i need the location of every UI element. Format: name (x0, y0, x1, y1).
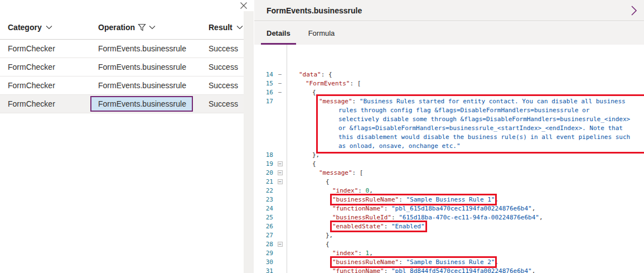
chevron-right-icon[interactable] (630, 5, 640, 16)
json-token-punct: : (352, 98, 360, 105)
code-line: 22"index": 0, (254, 186, 644, 195)
json-token-punct: , (539, 214, 543, 221)
line-number: 28 (254, 240, 273, 249)
table-header-row: Category Operation Result (0, 16, 244, 40)
json-token-punct: : (384, 267, 391, 273)
json-token-punct: : (358, 187, 365, 194)
line-number: 15 (254, 79, 273, 88)
tab-details[interactable]: Details (260, 22, 297, 45)
vertical-scrollbar-track[interactable] (244, 11, 254, 273)
table-body: FormCheckerFormEvents.businessruleSucces… (0, 40, 244, 113)
result-column-label: Result (209, 23, 233, 32)
json-token-punct: { (312, 89, 316, 96)
detail-panel: FormEvents.businessrule Details Formula … (254, 0, 644, 273)
line-number: 26 (254, 222, 273, 231)
line-number: 17 (254, 97, 273, 151)
code-line-content: "index": 0, (287, 186, 373, 195)
chevron-down-icon (149, 25, 156, 30)
line-number: 30 (254, 258, 273, 267)
json-token-punct: : (358, 250, 365, 257)
fold-spacer (273, 204, 287, 213)
code-line-content: { (287, 160, 316, 169)
chevron-down-icon (236, 25, 243, 30)
fold-spacer (273, 186, 287, 195)
code-line-content: "index": 1, (287, 249, 373, 258)
message-line: this disablement would disable the busin… (319, 133, 644, 142)
json-token-key: "businessRuleName" (332, 258, 399, 266)
operation-cell[interactable]: FormEvents.businessrule (90, 96, 193, 112)
line-number: 23 (254, 195, 273, 204)
json-token-punct: : (399, 258, 406, 266)
message-line: as onload, onsave, onchange etc." (319, 142, 644, 151)
annotation-box: "enabledState": "Enabled" (332, 223, 425, 230)
fold-icon[interactable]: − (273, 88, 287, 97)
code-line-content: }, (287, 231, 333, 240)
filter-icon (138, 23, 146, 31)
fold-icon[interactable]: − (273, 178, 287, 186)
chevron-down-icon (46, 25, 52, 30)
annotation-box: "businessRuleName": "Sample Business Rul… (332, 258, 495, 266)
table-row[interactable]: FormCheckerFormEvents.businessruleSucces… (0, 76, 244, 95)
code-line-content: "data": { (287, 70, 332, 79)
json-token-punct: , (532, 267, 536, 273)
detail-tabs: Details Formula (254, 22, 644, 45)
tab-formula[interactable]: Formula (302, 22, 342, 45)
json-token-key: "message" (319, 169, 352, 176)
fold-icon[interactable]: − (273, 79, 287, 88)
fold-icon[interactable]: − (273, 70, 287, 79)
line-number: 22 (254, 186, 273, 195)
json-token-key: "enabledState" (332, 223, 384, 230)
json-token-string: "pbl_8d844fd5470cec1194fa00224876e6b4" (391, 267, 532, 273)
code-line: 23"businessRuleName": "Sample Business R… (254, 195, 644, 204)
json-token-key: "index" (332, 250, 358, 257)
fold-icon[interactable]: − (273, 160, 287, 169)
json-token-string: "Enabled" (391, 223, 425, 230)
code-line: 18}, (254, 151, 644, 160)
table-row[interactable]: FormCheckerFormEvents.businessruleSucces… (0, 40, 244, 58)
column-header-category[interactable]: Category (0, 23, 90, 32)
operation-cell[interactable]: FormEvents.businessrule (90, 41, 193, 56)
page-title: FormEvents.businessrule (254, 6, 362, 15)
column-header-operation[interactable]: Operation (90, 23, 193, 32)
json-token-key: "message" (319, 98, 352, 105)
json-code-viewer[interactable]: 14−"data": {15−"FormEvents": [16−{17"mes… (254, 45, 644, 273)
tab-details-label: Details (267, 29, 290, 37)
code-line-content: "functionName": "pbl_615d18ba470cec1194f… (287, 204, 535, 213)
fold-spacer (273, 267, 287, 273)
code-line: 26"enabledState": "Enabled" (254, 222, 644, 231)
json-token-string: "Business Rules started for entity conta… (360, 98, 626, 105)
operation-cell[interactable]: FormEvents.businessrule (90, 78, 193, 93)
message-line: selectively disable some through &flags=… (319, 115, 644, 124)
fold-spacer (273, 222, 287, 231)
gutter-separator (287, 45, 287, 273)
results-table-panel: Category Operation Result (0, 0, 254, 273)
table-row[interactable]: FormCheckerFormEvents.businessruleSucces… (0, 58, 244, 76)
json-token-punct: , (532, 205, 536, 212)
table-row[interactable]: FormCheckerFormEvents.businessruleSucces… (0, 95, 244, 113)
json-token-punct: : (391, 214, 399, 221)
operation-cell[interactable]: FormEvents.businessrule (90, 59, 193, 75)
json-token-punct: : (384, 223, 391, 230)
json-token-string: "pbl_615d18ba470cec1194fa00224876e6b4" (391, 205, 532, 212)
close-icon[interactable] (240, 2, 248, 9)
json-token-punct: { (312, 160, 316, 167)
json-token-string: "Sample Business Rule 2" (406, 258, 495, 266)
code-line: 20−"message": [ (254, 169, 644, 178)
code-line-content: "message": "Business Rules started for e… (287, 97, 644, 151)
annotation-box: "businessRuleName": "Sample Business Rul… (332, 196, 495, 203)
fold-icon[interactable]: − (273, 240, 287, 249)
line-number: 14 (254, 70, 273, 79)
column-header-result[interactable]: Result (201, 23, 243, 32)
json-token-punct: : (399, 196, 406, 203)
code-line: 17"message": "Business Rules started for… (254, 97, 644, 151)
fold-icon[interactable]: − (273, 169, 287, 178)
json-token-punct: , (495, 196, 498, 203)
json-token-punct: : (384, 205, 391, 212)
json-token-key: "functionName" (332, 205, 384, 212)
json-token-punct: : [ (350, 80, 361, 87)
line-number: 29 (254, 249, 273, 258)
json-token-string: "Sample Business Rule 1" (406, 196, 495, 203)
code-line: 15−"FormEvents": [ (254, 79, 644, 88)
code-line: 16−{ (254, 88, 644, 97)
code-line: 31"functionName": "pbl_8d844fd5470cec119… (254, 267, 644, 273)
